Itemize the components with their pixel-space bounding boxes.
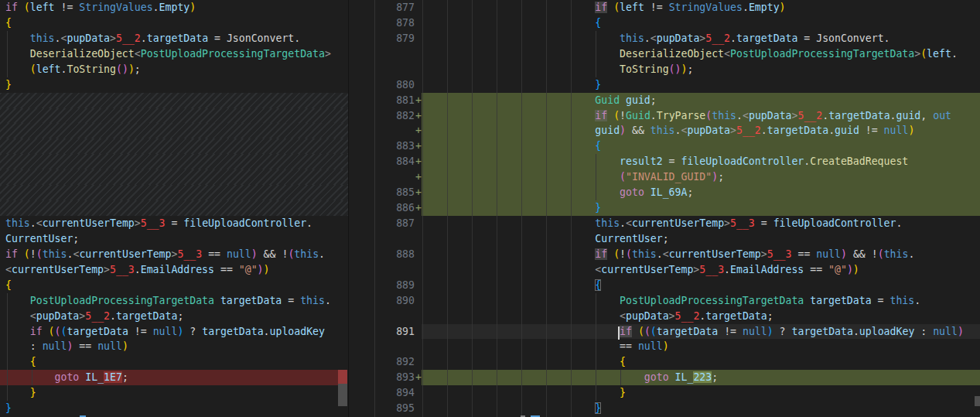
code-token: uploadKey bbox=[859, 326, 914, 337]
code-line[interactable]: goto IL_1E7; bbox=[5, 370, 128, 385]
code-token bbox=[423, 371, 644, 383]
code-token: if bbox=[30, 326, 43, 337]
code-line[interactable]: { bbox=[5, 278, 12, 293]
code-token: ! bbox=[620, 110, 626, 121]
code-token: this bbox=[595, 217, 620, 229]
indent-guide bbox=[571, 0, 572, 417]
code-line[interactable]: <currentUserTemp>5__3.EmailAddress == "@… bbox=[423, 262, 859, 278]
code-token: ( bbox=[644, 326, 650, 337]
code-token: fileUploadController bbox=[773, 217, 896, 229]
code-token: if bbox=[595, 2, 607, 13]
added-line-plus-indicator: + bbox=[415, 370, 422, 385]
code-line[interactable]: } bbox=[423, 77, 601, 93]
code-line[interactable]: } bbox=[5, 385, 36, 401]
code-token: if bbox=[620, 326, 632, 337]
code-line[interactable]: this.<pupData>5__2.targetData = JsonConv… bbox=[423, 31, 890, 46]
code-token: 5__3 bbox=[177, 248, 202, 260]
code-token: . bbox=[135, 264, 141, 275]
code-line[interactable]: (left.ToString()); bbox=[5, 62, 141, 77]
code-line[interactable]: this.<currentUserTemp>5__3 = fileUploadC… bbox=[5, 216, 312, 231]
code-token bbox=[423, 17, 595, 29]
code-token: 5__3 bbox=[767, 248, 792, 260]
code-token: ( bbox=[620, 171, 626, 183]
code-token: ( bbox=[613, 248, 620, 260]
code-token: } bbox=[595, 79, 601, 91]
indent-guide bbox=[596, 31, 596, 77]
code-line[interactable]: if (left != StringValues.Empty) bbox=[5, 0, 196, 15]
code-line[interactable]: { bbox=[423, 138, 601, 154]
code-line[interactable]: DeserializeObject<PostUploadProcessingTa… bbox=[423, 46, 958, 62]
code-token: ( bbox=[24, 248, 30, 260]
code-token bbox=[18, 248, 24, 260]
code-token: > bbox=[325, 48, 331, 60]
code-line[interactable]: } bbox=[423, 401, 601, 416]
code-token bbox=[423, 402, 595, 414]
code-token: pupData bbox=[749, 110, 792, 121]
code-line[interactable]: ToString()); bbox=[423, 62, 693, 77]
code-line[interactable]: { bbox=[423, 278, 601, 293]
code-token: ( bbox=[638, 326, 644, 337]
deleted-region-hatch-filler bbox=[0, 185, 348, 200]
code-token: goto bbox=[644, 371, 669, 383]
code-line[interactable]: } bbox=[5, 401, 12, 416]
code-token: if bbox=[595, 248, 607, 260]
code-token: ; bbox=[687, 186, 693, 198]
code-token: 5__3 bbox=[110, 264, 135, 275]
code-token: { bbox=[620, 356, 626, 367]
code-line[interactable]: PostUploadProcessingTargetData targetDat… bbox=[5, 293, 331, 309]
code-token: null bbox=[43, 340, 67, 352]
code-line[interactable]: Guid guid; bbox=[423, 93, 657, 108]
indent-guide bbox=[32, 370, 32, 385]
code-line[interactable]: : null) == null) bbox=[5, 339, 128, 354]
code-token: ( bbox=[920, 48, 927, 60]
code-line[interactable]: DeserializeObject<PostUploadProcessingTa… bbox=[5, 46, 331, 62]
code-line[interactable]: if (((targetData != null) ? targetData.u… bbox=[423, 324, 964, 340]
right-scrollbar-thumb[interactable] bbox=[975, 396, 980, 406]
code-line[interactable]: <pupData>5__2.targetData; bbox=[423, 309, 773, 324]
pane-divider-line bbox=[348, 0, 349, 417]
code-token: targetData bbox=[792, 326, 853, 337]
code-line[interactable]: PostUploadProcessingTargetData targetDat… bbox=[423, 293, 920, 309]
code-line[interactable]: { bbox=[5, 354, 36, 370]
code-token: == bbox=[202, 248, 227, 260]
code-token: null bbox=[816, 248, 841, 260]
code-line[interactable]: <currentUserTemp>5__3.EmailAddress == "@… bbox=[5, 262, 270, 278]
indent-guide bbox=[7, 293, 8, 401]
code-line[interactable]: { bbox=[423, 15, 601, 31]
code-token: this bbox=[712, 110, 736, 121]
code-token: ( bbox=[650, 326, 657, 337]
code-token: 5__3 bbox=[730, 217, 755, 229]
code-line[interactable]: } bbox=[5, 77, 12, 93]
code-token: } bbox=[620, 387, 626, 398]
code-line[interactable]: } bbox=[423, 200, 601, 216]
code-token bbox=[18, 2, 24, 13]
code-token: currentUserTemp bbox=[669, 248, 761, 260]
code-token: ) bbox=[258, 264, 264, 275]
code-token: goto bbox=[620, 186, 644, 198]
code-token: 5__2 bbox=[705, 32, 730, 44]
code-token: IL_ bbox=[85, 371, 104, 383]
code-line[interactable]: CurrentUser; bbox=[5, 231, 79, 247]
code-token: DeserializeObject bbox=[620, 48, 724, 60]
code-token: ) bbox=[122, 340, 128, 352]
code-line[interactable]: <pupData>5__2.targetData; bbox=[5, 309, 183, 324]
added-line-plus-indicator: + bbox=[415, 169, 422, 185]
code-line[interactable]: if (!(this.<currentUserTemp>5__3 == null… bbox=[5, 247, 325, 262]
code-line[interactable]: if (((targetData != null) ? targetData.u… bbox=[5, 324, 325, 340]
line-number: 889 bbox=[374, 278, 415, 293]
code-line[interactable]: ("INVALID_GUID"); bbox=[423, 169, 724, 185]
line-number bbox=[374, 62, 415, 77]
code-token bbox=[607, 2, 613, 13]
code-line[interactable]: { bbox=[5, 15, 12, 31]
left-scrollbar-thumb[interactable] bbox=[338, 384, 347, 406]
code-line[interactable]: if (!Guid.TryParse(this.<pupData>5__2.ta… bbox=[423, 108, 951, 124]
code-line[interactable]: if (left != StringValues.Empty) bbox=[423, 0, 786, 15]
code-token: { bbox=[595, 140, 601, 152]
code-line[interactable]: this.<currentUserTemp>5__3 = fileUploadC… bbox=[423, 216, 902, 231]
code-line[interactable]: this.<pupData>5__2.targetData = JsonConv… bbox=[5, 31, 300, 46]
code-token: ( bbox=[49, 326, 55, 337]
code-token bbox=[423, 94, 595, 106]
code-line[interactable]: goto IL_69A; bbox=[423, 185, 693, 200]
code-token bbox=[423, 264, 595, 275]
code-token: < bbox=[743, 110, 749, 121]
